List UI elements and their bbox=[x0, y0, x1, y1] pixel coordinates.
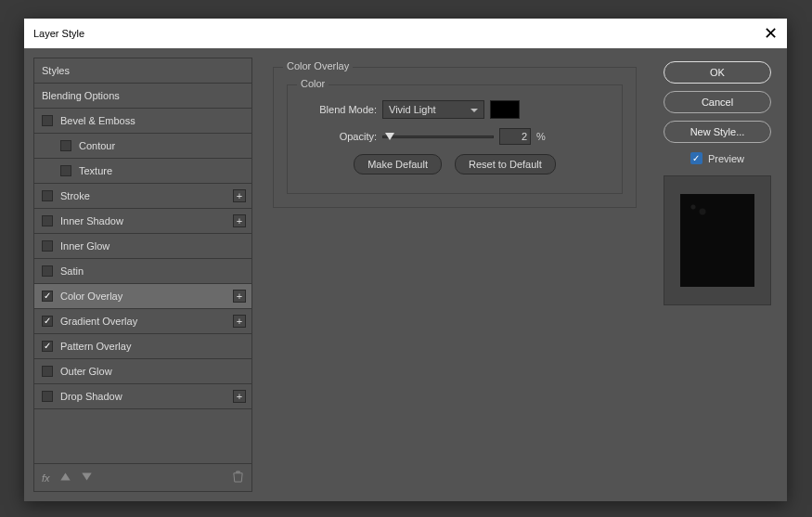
checkbox-icon[interactable] bbox=[42, 316, 53, 327]
make-default-button[interactable]: Make Default bbox=[354, 154, 442, 174]
checkbox-icon[interactable] bbox=[690, 152, 702, 164]
slider-thumb-icon[interactable] bbox=[385, 133, 394, 140]
panel-title: Color Overlay bbox=[283, 60, 353, 71]
checkbox-icon[interactable] bbox=[42, 291, 53, 302]
opacity-unit: % bbox=[536, 131, 546, 142]
checkbox-icon[interactable] bbox=[42, 240, 53, 252]
add-icon[interactable]: + bbox=[233, 214, 246, 227]
ok-button[interactable]: OK bbox=[664, 61, 771, 84]
preview-thumbnail bbox=[680, 194, 754, 287]
trash-icon[interactable] bbox=[232, 471, 244, 485]
layer-style-dialog: Layer Style ✕ Styles Blending Options Be… bbox=[24, 19, 787, 501]
blend-mode-label: Blend Mode: bbox=[301, 104, 377, 115]
checkbox-icon[interactable] bbox=[42, 190, 53, 201]
preview-box bbox=[664, 175, 771, 305]
checkbox-icon[interactable] bbox=[60, 165, 71, 176]
blending-options-row[interactable]: Blending Options bbox=[34, 84, 251, 109]
preview-toggle[interactable]: Preview bbox=[690, 152, 744, 164]
styles-list: Styles Blending Options Bevel & Emboss C… bbox=[33, 58, 252, 492]
settings-panel: Color Overlay Color Blend Mode: Vivid Li… bbox=[262, 58, 648, 492]
dialog-title: Layer Style bbox=[33, 28, 84, 39]
style-row-contour[interactable]: Contour bbox=[34, 134, 251, 159]
style-row-outer-glow[interactable]: Outer Glow bbox=[34, 359, 251, 384]
checkbox-icon[interactable] bbox=[42, 391, 53, 402]
opacity-slider[interactable] bbox=[382, 136, 494, 138]
checkbox-icon[interactable] bbox=[42, 265, 53, 277]
checkbox-icon[interactable] bbox=[42, 341, 53, 352]
checkbox-icon[interactable] bbox=[42, 366, 53, 377]
add-icon[interactable]: + bbox=[233, 189, 246, 202]
reset-default-button[interactable]: Reset to Default bbox=[455, 154, 556, 174]
add-icon[interactable]: + bbox=[233, 290, 246, 303]
color-swatch[interactable] bbox=[490, 100, 520, 119]
group-title: Color bbox=[297, 78, 329, 89]
style-row-inner-glow[interactable]: Inner Glow bbox=[34, 234, 251, 259]
opacity-input[interactable] bbox=[499, 128, 531, 145]
add-icon[interactable]: + bbox=[233, 315, 246, 328]
titlebar: Layer Style ✕ bbox=[24, 19, 787, 48]
checkbox-icon[interactable] bbox=[42, 115, 53, 126]
add-icon[interactable]: + bbox=[233, 390, 246, 403]
style-row-satin[interactable]: Satin bbox=[34, 259, 251, 284]
style-row-color-overlay[interactable]: Color Overlay + bbox=[34, 284, 251, 309]
arrow-up-icon[interactable] bbox=[59, 471, 71, 485]
style-row-texture[interactable]: Texture bbox=[34, 159, 251, 184]
action-panel: OK Cancel New Style... Preview bbox=[657, 58, 778, 492]
checkbox-icon[interactable] bbox=[60, 140, 71, 151]
style-row-bevel-emboss[interactable]: Bevel & Emboss bbox=[34, 109, 251, 134]
color-group: Color Blend Mode: Vivid Light Opacity: bbox=[287, 84, 623, 194]
styles-footer: fx bbox=[34, 463, 251, 491]
arrow-down-icon[interactable] bbox=[81, 471, 93, 485]
style-row-pattern-overlay[interactable]: Pattern Overlay bbox=[34, 334, 251, 359]
close-icon[interactable]: ✕ bbox=[764, 25, 778, 42]
style-row-stroke[interactable]: Stroke + bbox=[34, 184, 251, 209]
checkbox-icon[interactable] bbox=[42, 215, 53, 226]
cancel-button[interactable]: Cancel bbox=[664, 91, 771, 113]
style-row-drop-shadow[interactable]: Drop Shadow + bbox=[34, 384, 251, 409]
color-overlay-fieldset: Color Overlay Color Blend Mode: Vivid Li… bbox=[273, 67, 637, 208]
fx-icon[interactable]: fx bbox=[42, 472, 50, 484]
styles-header[interactable]: Styles bbox=[34, 58, 251, 84]
new-style-button[interactable]: New Style... bbox=[664, 121, 771, 143]
opacity-label: Opacity: bbox=[301, 131, 377, 142]
style-row-inner-shadow[interactable]: Inner Shadow + bbox=[34, 209, 251, 234]
styles-sidebar: Styles Blending Options Bevel & Emboss C… bbox=[33, 58, 252, 492]
blend-mode-select[interactable]: Vivid Light bbox=[382, 100, 484, 119]
style-row-gradient-overlay[interactable]: Gradient Overlay + bbox=[34, 309, 251, 334]
